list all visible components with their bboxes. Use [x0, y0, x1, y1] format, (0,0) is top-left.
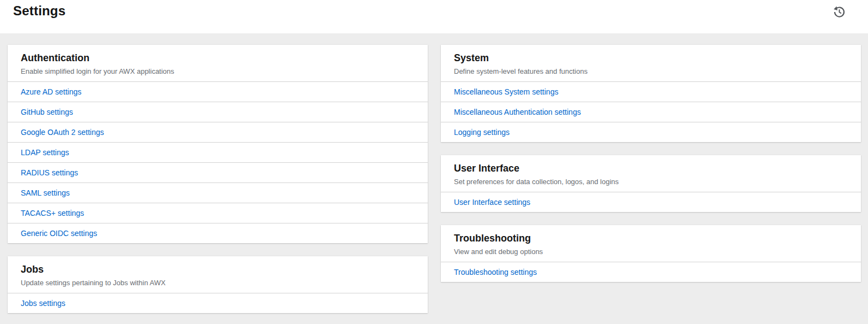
card-header: Troubleshooting View and edit debug opti…: [441, 225, 861, 262]
settings-link-row: Miscellaneous Authentication settings: [441, 102, 861, 122]
card-title: Jobs: [21, 263, 415, 276]
card-link-list: Troubleshooting settings: [441, 262, 861, 282]
card-link-list: Azure AD settingsGitHub settingsGoogle O…: [8, 81, 428, 243]
history-button[interactable]: [831, 3, 847, 20]
card-description: Set preferences for data collection, log…: [454, 177, 848, 186]
settings-link-row: Generic OIDC settings: [8, 223, 428, 243]
left-column: Authentication Enable simplified login f…: [8, 45, 428, 313]
settings-link-logging-settings[interactable]: Logging settings: [454, 127, 510, 138]
settings-link-radius-settings[interactable]: RADIUS settings: [21, 167, 78, 178]
settings-link-row: Google OAuth 2 settings: [8, 122, 428, 142]
card-title: User Interface: [454, 162, 848, 175]
settings-link-troubleshooting-settings[interactable]: Troubleshooting settings: [454, 267, 537, 278]
card-header: System Define system-level features and …: [441, 45, 861, 81]
settings-card-jobs: Jobs Update settings pertaining to Jobs …: [8, 256, 428, 313]
settings-link-miscellaneous-system-settings[interactable]: Miscellaneous System settings: [454, 86, 558, 97]
settings-link-row: TACACS+ settings: [8, 203, 428, 223]
card-title: Authentication: [21, 51, 415, 65]
settings-link-user-interface-settings[interactable]: User Interface settings: [454, 197, 530, 208]
settings-link-row: RADIUS settings: [8, 162, 428, 182]
settings-link-github-settings[interactable]: GitHub settings: [21, 107, 73, 117]
card-link-list: User Interface settings: [441, 192, 861, 212]
history-icon: [832, 4, 846, 19]
settings-link-row: SAML settings: [8, 182, 428, 203]
card-header: Jobs Update settings pertaining to Jobs …: [8, 256, 428, 293]
settings-card-user-interface: User Interface Set preferences for data …: [441, 155, 861, 212]
card-title: Troubleshooting: [454, 232, 848, 245]
settings-content: Authentication Enable simplified login f…: [0, 33, 868, 313]
settings-link-ldap-settings[interactable]: LDAP settings: [21, 147, 69, 158]
settings-link-miscellaneous-authentication-settings[interactable]: Miscellaneous Authentication settings: [454, 107, 581, 117]
settings-card-system: System Define system-level features and …: [441, 45, 861, 142]
settings-link-generic-oidc-settings[interactable]: Generic OIDC settings: [21, 228, 97, 239]
settings-link-row: Troubleshooting settings: [441, 262, 861, 282]
page-header: Settings: [0, 0, 868, 33]
card-link-list: Miscellaneous System settingsMiscellaneo…: [441, 81, 861, 142]
settings-link-row: LDAP settings: [8, 142, 428, 162]
settings-link-row: Miscellaneous System settings: [441, 81, 861, 102]
card-description: Update settings pertaining to Jobs withi…: [21, 278, 415, 287]
settings-link-row: User Interface settings: [441, 192, 861, 212]
settings-card-troubleshooting: Troubleshooting View and edit debug opti…: [441, 225, 861, 282]
card-description: Enable simplified login for your AWX app…: [21, 67, 415, 76]
settings-card-authentication: Authentication Enable simplified login f…: [8, 45, 428, 243]
right-column: System Define system-level features and …: [441, 45, 861, 282]
settings-link-tacacs-settings[interactable]: TACACS+ settings: [21, 208, 84, 219]
settings-link-jobs-settings[interactable]: Jobs settings: [21, 298, 65, 309]
settings-link-row: Logging settings: [441, 122, 861, 142]
card-header: User Interface Set preferences for data …: [441, 155, 861, 192]
settings-link-google-oauth-2-settings[interactable]: Google OAuth 2 settings: [21, 127, 104, 138]
card-grid: Authentication Enable simplified login f…: [8, 45, 861, 313]
settings-link-saml-settings[interactable]: SAML settings: [21, 187, 70, 198]
settings-link-row: GitHub settings: [8, 102, 428, 122]
card-description: View and edit debug options: [454, 247, 848, 256]
card-description: Define system-level features and functio…: [454, 67, 848, 76]
settings-link-row: Azure AD settings: [8, 81, 428, 102]
settings-link-row: Jobs settings: [8, 293, 428, 313]
card-header: Authentication Enable simplified login f…: [8, 45, 428, 81]
card-title: System: [454, 51, 848, 65]
card-link-list: Jobs settings: [8, 293, 428, 313]
page-title: Settings: [13, 2, 855, 20]
settings-link-azure-ad-settings[interactable]: Azure AD settings: [21, 86, 81, 97]
